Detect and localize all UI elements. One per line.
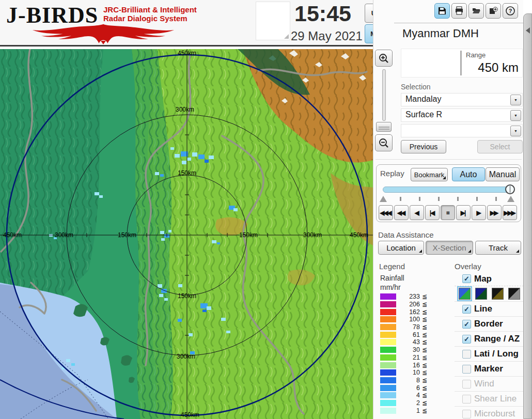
annotation-note-box[interactable]	[256, 2, 290, 40]
legend-entry: 206≦	[380, 301, 427, 308]
range-box: Range 450 km	[401, 49, 523, 77]
slider-start-marker[interactable]	[380, 196, 387, 202]
print-icon	[455, 6, 464, 15]
rewind-fast-button[interactable]: ◀◀	[394, 205, 409, 220]
rewind-full-button[interactable]: ◀◀◀	[379, 205, 393, 220]
auto-button[interactable]: Auto	[452, 167, 485, 181]
radar-map-canvas[interactable]: 450km 300km 150km 150km 300km 450km 450k…	[0, 49, 373, 419]
ring-label: 150km	[178, 292, 196, 300]
replay-label: Replay	[380, 169, 404, 178]
legend-entry: 8≦	[380, 377, 427, 384]
forward-full-button[interactable]: ▶▶▶	[503, 205, 517, 220]
chevron-down-icon[interactable]: ▼	[510, 126, 521, 136]
overlay-item-lati-long[interactable]: Lati / Long	[455, 347, 523, 362]
panel-divider	[375, 159, 522, 160]
open-folder-button[interactable]	[468, 3, 484, 19]
forward-fast-button[interactable]: ▶▶	[487, 205, 502, 220]
radar-map[interactable]: 450km 300km 150km 150km 300km 450km 450k…	[0, 49, 373, 419]
zoom-in-icon	[378, 53, 389, 64]
step-forward-button[interactable]: ▶|	[456, 205, 471, 220]
select-button[interactable]: Select	[477, 140, 523, 153]
range-az-checkbox[interactable]: ✓	[462, 335, 471, 344]
previous-button[interactable]: Previous	[401, 140, 446, 153]
ring-label: 450km	[350, 231, 368, 239]
ring-label: 300km	[176, 106, 194, 113]
shear-line-checkbox	[462, 395, 471, 404]
overlay-item-map[interactable]: ✓ Map	[455, 272, 523, 286]
legend-entry: 16≦	[380, 361, 427, 369]
legend-entry: 4≦	[380, 392, 427, 399]
ring-label: 450km	[178, 50, 196, 57]
map-style-dark-blue[interactable]	[475, 288, 487, 300]
zoom-out-icon	[378, 137, 389, 149]
ring-label: 450km	[181, 411, 199, 418]
marker-checkbox[interactable]	[462, 365, 471, 374]
lati-long-checkbox[interactable]	[462, 350, 471, 359]
ring-label: 150km	[178, 169, 196, 177]
location-menu-button[interactable]: Location	[378, 241, 424, 255]
rainfall-legend: 233≦ 206≦ 162≦ 100≦ 78≦ 61≦ 43≦ 30≦ 21≦ …	[380, 293, 427, 414]
map-zoom-slider-handle[interactable]	[376, 122, 392, 132]
legend-entry: 21≦	[380, 354, 427, 362]
option-dropdown[interactable]: ▼	[401, 124, 523, 137]
add-image-icon	[489, 6, 498, 15]
chevron-down-icon[interactable]: ▼	[510, 95, 521, 105]
microburst-checkbox	[462, 410, 471, 418]
legend-entry: 10≦	[380, 369, 427, 377]
map-style-gray[interactable]	[508, 288, 520, 300]
play-backward-button[interactable]: ◀	[410, 205, 424, 220]
overlay-item-marker[interactable]: Marker	[455, 362, 523, 377]
save-button[interactable]	[434, 3, 450, 19]
map-style-color[interactable]	[459, 288, 471, 300]
track-menu-button[interactable]: Track	[475, 241, 521, 255]
chevron-down-icon[interactable]: ▼	[510, 110, 521, 121]
overlay-item-shear-line: Shear Line	[455, 392, 523, 407]
toolbar-divider	[394, 23, 523, 23]
ring-label: 450km	[3, 231, 22, 239]
ring-label: 150km	[239, 231, 258, 239]
app-logo-subtitle: JRC-Brilliant & Intelligent Radar Dialog…	[103, 5, 197, 23]
panel-collapse-strip[interactable]	[523, 13, 532, 419]
print-button[interactable]	[451, 3, 467, 19]
stop-button[interactable]: ■	[441, 205, 455, 220]
step-back-button[interactable]: |◀	[425, 205, 440, 220]
overlay-item-border[interactable]: ✓ Border	[455, 317, 523, 332]
replay-slider-handle[interactable]	[505, 184, 515, 194]
legend-label: Legend	[379, 262, 405, 271]
border-checkbox[interactable]: ✓	[462, 320, 471, 329]
eagle-logo-icon	[3, 23, 204, 44]
product-dropdown[interactable]: Surface R ▼	[401, 108, 523, 122]
slider-end-marker[interactable]	[507, 196, 514, 202]
save-icon	[437, 6, 447, 15]
add-image-button[interactable]	[486, 3, 501, 19]
help-button[interactable]: ?	[503, 3, 518, 19]
map-style-olive[interactable]	[492, 288, 504, 300]
manual-button[interactable]: Manual	[486, 167, 520, 181]
replay-slider-track[interactable]	[383, 187, 513, 193]
ring-label: 300km	[303, 231, 322, 239]
zoom-out-button[interactable]	[375, 134, 393, 151]
legend-entry: 162≦	[380, 308, 427, 316]
line-checkbox[interactable]: ✓	[462, 305, 471, 314]
overlay-item-microburst: Microburst	[455, 407, 523, 419]
overlay-item-range-az[interactable]: ✓ Range / AZ	[455, 332, 523, 347]
clock-time: 15:45	[294, 1, 351, 26]
station-dropdown[interactable]: Mandalay ▼	[401, 93, 523, 106]
legend-entry: 1≦	[380, 407, 427, 414]
legend-entry: 6≦	[380, 384, 427, 392]
xsection-menu-button[interactable]: X-Section	[426, 241, 473, 255]
range-value: 450 km	[478, 60, 519, 75]
playback-controls: ◀◀◀ ◀◀ ◀ |◀ ■ ▶| ▶ ▶▶ ▶▶▶	[379, 205, 517, 220]
bookmark-menu-button[interactable]: Bookmark	[411, 168, 448, 181]
collapse-arrow-icon	[526, 27, 530, 34]
play-forward-button[interactable]: ▶	[472, 205, 486, 220]
legend-entry: 233≦	[380, 293, 427, 301]
zoom-in-button[interactable]	[375, 50, 393, 67]
overlay-item-line[interactable]: ✓ Line	[455, 302, 523, 317]
legend-entry: 100≦	[380, 316, 427, 323]
legend-entry: 43≦	[380, 338, 427, 346]
open-folder-icon	[472, 6, 481, 15]
map-checkbox[interactable]: ✓	[462, 274, 471, 283]
svg-text:?: ?	[509, 8, 512, 14]
map-zoom-slider-track[interactable]	[382, 69, 386, 121]
